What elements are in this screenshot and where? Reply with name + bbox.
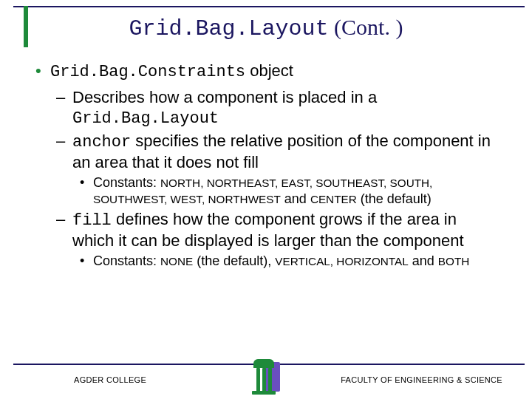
- bullet-2b: anchor specifies the relative position o…: [56, 131, 502, 173]
- bullet-2b-tail: specifies the relative position of the c…: [72, 132, 491, 172]
- title-code: Grid.Bag.Layout: [129, 16, 329, 41]
- bullet-2b-code: anchor: [72, 133, 131, 151]
- bullet-3a-lead: Constants:: [93, 175, 160, 190]
- bullet-3a: Constants: NORTH, NORTHEAST, EAST, SOUTH…: [80, 174, 502, 208]
- slide: Grid.Bag.Layout (Cont. ) Grid.Bag.Constr…: [0, 0, 532, 399]
- bullet-2c-code: fill: [72, 211, 112, 230]
- slide-body: Grid.Bag.Constraints object Describes ho…: [35, 61, 502, 270]
- footer-right: FACULTY OF ENGINEERING & SCIENCE: [341, 375, 502, 384]
- title-suffix: (Cont. ): [334, 15, 403, 39]
- bullet-3b-vh: VERTICAL, HORIZONTAL: [275, 255, 408, 267]
- bullet-2a: Describes how a component is placed in a…: [56, 87, 502, 129]
- college-logo-icon: [248, 359, 283, 395]
- footer-left: AGDER COLLEGE: [74, 375, 146, 384]
- bullet-1-tail: object: [245, 61, 293, 80]
- bullet-3b-mid2: and: [409, 253, 438, 268]
- slide-title: Grid.Bag.Layout (Cont. ): [0, 15, 532, 41]
- top-rule: [13, 6, 525, 7]
- bullet-1-code: Grid.Bag.Constraints: [50, 63, 245, 81]
- bullet-2a-code: Grid.Bag.Layout: [72, 109, 219, 128]
- bullet-3a-center: CENTER: [310, 193, 357, 205]
- bullet-3b-both: BOTH: [438, 255, 470, 267]
- bullet-2c: fill defines how the component grows if …: [56, 209, 502, 251]
- bullet-3a-tail: (the default): [357, 191, 432, 206]
- bullet-2c-tail: defines how the component grows if the a…: [72, 210, 464, 250]
- bullet-2a-text: Describes how a component is placed in a: [72, 88, 377, 106]
- bullet-3b-mid1: (the default),: [193, 253, 275, 268]
- bullet-3a-mid: and: [281, 191, 310, 206]
- bullet-3b-none: NONE: [160, 255, 193, 267]
- bullet-3b: Constants: NONE (the default), VERTICAL,…: [80, 253, 502, 270]
- bullet-1: Grid.Bag.Constraints object: [35, 61, 502, 83]
- bullet-3b-lead: Constants:: [93, 253, 160, 268]
